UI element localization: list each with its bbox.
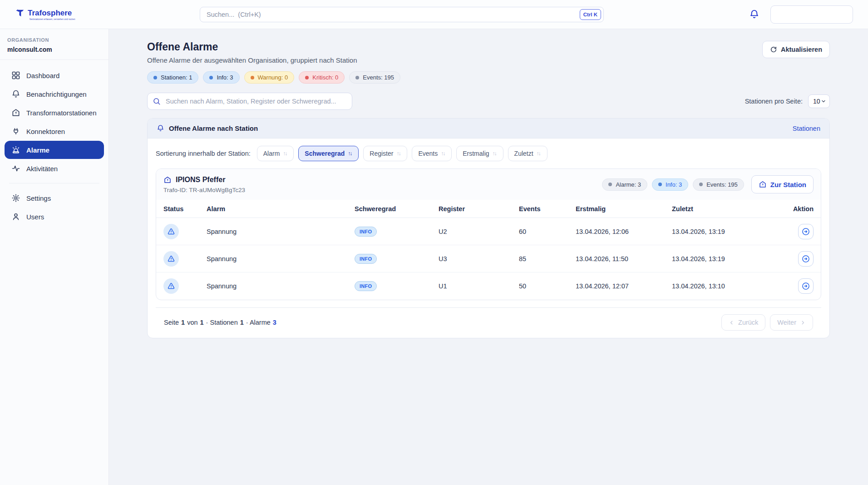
badge-stationen: Stationen: 1 bbox=[147, 71, 198, 84]
station-badge-info: Info: 3 bbox=[652, 178, 688, 191]
page-subtitle: Offene Alarme der ausgewählten Organisat… bbox=[147, 56, 357, 64]
stationen-link[interactable]: Stationen bbox=[793, 125, 820, 132]
footer-text: von bbox=[187, 319, 197, 326]
severity-badge: INFO bbox=[355, 227, 377, 237]
prev-page-label: Zurück bbox=[738, 319, 758, 326]
open-alarm-button[interactable] bbox=[798, 278, 814, 294]
topbar: Trafosphere Netzstationen erfassen, vers… bbox=[0, 0, 868, 29]
panel-footer: Seite 1 von 1 · Stationen 1 · Alarme 3 bbox=[156, 307, 821, 338]
sidebar-divider bbox=[9, 183, 99, 183]
cell-erstmalig: 13.04.2026, 12:06 bbox=[576, 228, 672, 235]
alarms-panel: Offene Alarme nach Station Stationen Sor… bbox=[147, 118, 830, 338]
sort-button-schweregrad[interactable]: Schweregrad↑↓ bbox=[298, 146, 359, 161]
column-header-status: Status bbox=[163, 205, 207, 213]
sidebar-item-label: Users bbox=[26, 213, 44, 221]
cell-alarm: Spannung bbox=[207, 255, 355, 262]
badge-label: Info: 3 bbox=[666, 181, 682, 188]
sidebar-item-label: Settings bbox=[26, 194, 51, 202]
table-row: Spannung INFO U3 85 13.04.2026, 11:50 13… bbox=[156, 245, 821, 272]
badge-label: Warnung: 0 bbox=[258, 74, 288, 81]
sidebar-item-konnektoren[interactable]: Konnektoren bbox=[5, 122, 104, 140]
station-house-icon bbox=[163, 176, 172, 184]
refresh-icon bbox=[770, 46, 777, 53]
goto-station-label: Zur Station bbox=[770, 181, 806, 188]
footer-text: Seite bbox=[164, 319, 179, 326]
severity-badge: INFO bbox=[355, 254, 377, 264]
badge-kritisch: Kritisch: 0 bbox=[299, 71, 345, 84]
alarm-search-input[interactable] bbox=[147, 93, 352, 110]
sidebar-item-alarme[interactable]: Alarme bbox=[5, 141, 104, 159]
sidebar-item-users[interactable]: Users bbox=[5, 208, 104, 226]
cell-alarm: Spannung bbox=[207, 282, 355, 290]
goto-station-button[interactable]: Zur Station bbox=[751, 175, 814, 193]
badge-label: Events: 195 bbox=[706, 181, 738, 188]
refresh-button[interactable]: Aktualisieren bbox=[762, 41, 830, 58]
column-header-alarm: Alarm bbox=[207, 205, 355, 213]
footer-value: 3 bbox=[273, 319, 276, 326]
siren-icon bbox=[11, 145, 20, 154]
next-page-button[interactable]: Weiter bbox=[770, 314, 813, 331]
sort-arrows-icon: ↑↓ bbox=[396, 150, 401, 157]
sort-button-erstmalig[interactable]: Erstmalig↑↓ bbox=[456, 146, 503, 161]
sidebar-item-label: Dashboard bbox=[26, 72, 59, 79]
bell-icon bbox=[11, 89, 20, 99]
chevron-right-icon bbox=[800, 320, 806, 326]
sort-row: Sortierung innerhalb der Station: Alarm↑… bbox=[156, 146, 821, 161]
badge-label: Events: 195 bbox=[363, 74, 394, 81]
station-card: IPIONS Pfeffer Trafo-ID: TR-aUMoWgBgTc23… bbox=[156, 168, 821, 300]
notifications-bell-icon[interactable] bbox=[749, 9, 760, 20]
column-header-aktion: Aktion bbox=[786, 205, 814, 213]
sidebar-item-dashboard[interactable]: Dashboard bbox=[5, 66, 104, 84]
brand-logo[interactable]: Trafosphere Netzstationen erfassen, vers… bbox=[0, 8, 109, 20]
alarm-search bbox=[147, 93, 352, 110]
sidebar-item-benachrichtigungen[interactable]: Benachrichtigungen bbox=[5, 85, 104, 103]
user-menu-button[interactable] bbox=[770, 5, 853, 24]
global-search-input[interactable] bbox=[200, 7, 604, 22]
sidebar-item-transformatorstationen[interactable]: Transformatorstationen bbox=[5, 104, 104, 122]
sort-button-alarm[interactable]: Alarm↑↓ bbox=[257, 146, 294, 161]
brand-tagline: Netzstationen erfassen, verstehen und nu… bbox=[30, 18, 109, 20]
sort-button-label: Schweregrad bbox=[305, 150, 345, 157]
chevron-down-icon bbox=[821, 99, 826, 104]
open-alarm-button[interactable] bbox=[798, 224, 814, 239]
sidebar-item-aktivitaeten[interactable]: Aktivitäten bbox=[5, 159, 104, 178]
badge-label: Kritisch: 0 bbox=[312, 74, 338, 81]
table-row: Spannung INFO U1 50 13.04.2026, 12:07 13… bbox=[156, 272, 821, 300]
cell-events: 50 bbox=[519, 282, 576, 290]
sidebar-item-label: Benachrichtigungen bbox=[26, 90, 87, 98]
prev-page-button[interactable]: Zurück bbox=[721, 314, 765, 331]
plug-icon bbox=[11, 127, 20, 136]
summary-badges: Stationen: 1 Info: 3 Warnung: 0 Kritisch… bbox=[147, 71, 830, 84]
sort-button-label: Events bbox=[418, 150, 438, 157]
sort-button-register[interactable]: Register↑↓ bbox=[363, 146, 407, 161]
cell-zuletzt: 13.04.2026, 13:19 bbox=[672, 228, 786, 235]
search-icon bbox=[153, 97, 161, 105]
sidebar-item-label: Konnektoren bbox=[26, 128, 65, 135]
footer-text: · Stationen bbox=[206, 319, 238, 326]
column-header-schweregrad: Schweregrad bbox=[355, 205, 439, 213]
sort-arrows-icon: ↑↓ bbox=[283, 150, 287, 157]
user-icon bbox=[11, 212, 20, 221]
sort-button-events[interactable]: Events↑↓ bbox=[412, 146, 452, 161]
refresh-button-label: Aktualisieren bbox=[781, 46, 822, 53]
organisation-name: mlconsult.com bbox=[7, 46, 101, 53]
sidebar-item-settings[interactable]: Settings bbox=[5, 189, 104, 207]
footer-value: 1 bbox=[181, 319, 185, 326]
sort-button-zuletzt[interactable]: Zuletzt↑↓ bbox=[508, 146, 547, 161]
sidebar: ORGANISATION mlconsult.com Dashboard bbox=[0, 29, 109, 485]
table-header-row: Status Alarm Schweregrad Register Events… bbox=[156, 200, 821, 218]
dot-icon bbox=[251, 76, 254, 79]
activity-pulse-icon bbox=[11, 164, 20, 173]
cell-register: U2 bbox=[439, 228, 519, 235]
warning-triangle-icon bbox=[163, 278, 179, 294]
open-alarm-button[interactable] bbox=[798, 251, 814, 267]
table-row: Spannung INFO U2 60 13.04.2026, 12:06 13… bbox=[156, 218, 821, 245]
per-page-select[interactable]: 10 bbox=[808, 94, 830, 108]
sort-arrows-icon: ↑↓ bbox=[441, 150, 445, 157]
sidebar-item-label: Aktivitäten bbox=[26, 165, 58, 173]
sort-button-label: Register bbox=[370, 150, 393, 157]
dot-icon bbox=[355, 76, 359, 79]
brand-name: Trafosphere bbox=[28, 9, 72, 18]
organisation-label: ORGANISATION bbox=[7, 37, 101, 43]
footer-value: 1 bbox=[200, 319, 204, 326]
